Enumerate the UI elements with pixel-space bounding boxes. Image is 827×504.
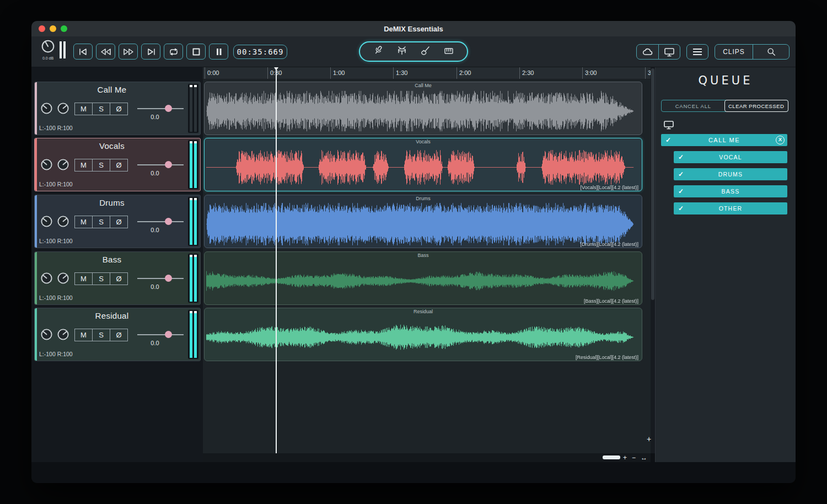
vertical-zoom-in-button[interactable]: +	[643, 435, 654, 443]
volume-slider[interactable]	[137, 218, 184, 225]
cloud-button[interactable]	[637, 45, 658, 59]
pan-right-knob[interactable]	[57, 215, 69, 228]
pause-button[interactable]	[209, 44, 228, 60]
phase-button[interactable]: Ø	[110, 329, 128, 341]
volume-slider-handle[interactable]	[165, 218, 172, 225]
pan-right-knob[interactable]	[57, 158, 69, 171]
guitar-stem-button[interactable]	[420, 45, 431, 58]
master-gain-knob[interactable]: 0.0 dB	[37, 39, 59, 60]
cancel-all-button[interactable]: CANCEL ALL	[662, 100, 725, 111]
queue-stem-other[interactable]: ✓ OTHER	[674, 202, 787, 215]
search-button[interactable]	[753, 45, 789, 59]
volume-slider[interactable]	[137, 275, 184, 282]
slider-track	[137, 334, 184, 335]
clip-residual[interactable]: Residual [Residual][Local][4.2 (latest)]	[204, 308, 642, 361]
mute-button[interactable]: M	[74, 159, 93, 171]
pan-left-knob[interactable]	[40, 158, 53, 171]
solo-button[interactable]: S	[92, 329, 110, 341]
clips-button[interactable]: CLIPS	[715, 45, 753, 59]
mute-button[interactable]: M	[74, 272, 93, 285]
skip-start-button[interactable]	[73, 44, 93, 60]
track-header-call-me[interactable]: Call Me M S Ø 0.0 L:-100 R:100	[34, 82, 201, 135]
piano-stem-button[interactable]	[443, 45, 454, 58]
horizontal-scrollbar-thumb[interactable]	[603, 455, 620, 459]
menu-button[interactable]	[686, 44, 708, 60]
track-color-stripe	[35, 82, 37, 135]
solo-button[interactable]: S	[92, 103, 110, 115]
volume-slider-handle[interactable]	[165, 331, 172, 338]
clip-title: Vocals	[205, 139, 642, 144]
solo-button[interactable]: S	[92, 216, 110, 228]
time-tick-label: 1:00	[333, 69, 345, 76]
clear-processed-button[interactable]: CLEAR PROCESSED	[724, 100, 789, 112]
mute-button[interactable]: M	[74, 216, 93, 228]
pan-right-knob[interactable]	[57, 272, 69, 285]
volume-slider[interactable]	[137, 331, 184, 338]
minimize-window-button[interactable]	[50, 25, 56, 32]
clip-call-me[interactable]: Call Me	[204, 82, 642, 135]
arrangement-area[interactable]: Call Me Vocals [Vocals][Local][4.2 (late…	[203, 79, 651, 453]
time-display[interactable]: 00:35:669	[233, 45, 287, 59]
track-header-vocals[interactable]: Vocals M S Ø 0.0 L:-100 R:100	[34, 138, 201, 191]
zoom-fit-button[interactable]: ↔	[641, 453, 647, 462]
phase-button[interactable]: Ø	[110, 216, 128, 228]
mute-button[interactable]: M	[74, 329, 93, 341]
playhead[interactable]	[276, 67, 277, 453]
slider-track	[137, 221, 184, 222]
check-icon: ✓	[678, 205, 684, 212]
rewind-button[interactable]	[96, 44, 115, 60]
phase-button[interactable]: Ø	[110, 272, 128, 285]
vertical-scrollbar-thumb[interactable]	[651, 68, 654, 300]
fast-forward-button[interactable]	[119, 44, 138, 60]
pan-right-knob[interactable]	[57, 102, 69, 115]
vocals-stem-button[interactable]	[373, 45, 384, 58]
clip-drums[interactable]: Drums [Drums][Local][4.2 (latest)]	[204, 195, 642, 248]
timeline-ruler[interactable]: 0:00 0:30 1:00 1:30 2:00 2:30 3:00 3	[203, 67, 651, 79]
clip-source-tag: [Drums][Local][4.2 (latest)]	[580, 242, 638, 247]
drums-stem-button[interactable]	[396, 45, 407, 58]
track-header-residual[interactable]: Residual M S Ø 0.0 L:-100 R:100	[34, 308, 201, 361]
solo-button[interactable]: S	[92, 159, 110, 171]
track-color-stripe	[35, 195, 37, 248]
track-header-bass[interactable]: Bass M S Ø 0.0 L:-100 R:100	[34, 251, 201, 305]
pan-range-label: L:-100 R:100	[39, 238, 73, 244]
clip-bass[interactable]: Bass [Bass][Local][4.2 (latest)]	[204, 251, 642, 305]
mute-button[interactable]: M	[74, 103, 93, 115]
pan-left-knob[interactable]	[40, 215, 53, 228]
queue-stem-vocal[interactable]: ✓ VOCAL	[674, 151, 787, 163]
volume-slider-handle[interactable]	[165, 105, 172, 112]
pan-left-knob[interactable]	[40, 102, 53, 115]
remove-job-button[interactable]: X	[776, 136, 785, 144]
phase-button[interactable]: Ø	[110, 159, 128, 171]
queue-stem-bass[interactable]: ✓ BASS	[674, 185, 787, 197]
local-monitor-button[interactable]	[658, 45, 680, 59]
volume-slider[interactable]	[137, 105, 184, 112]
volume-slider-handle[interactable]	[165, 161, 172, 168]
zoom-window-button[interactable]	[61, 25, 67, 32]
pan-range-label: L:-100 R:100	[39, 294, 73, 301]
zoom-out-button[interactable]: −	[632, 453, 636, 462]
zoom-in-button[interactable]: +	[623, 453, 627, 462]
close-window-button[interactable]	[39, 25, 45, 32]
local-machine-icon	[663, 120, 674, 132]
volume-slider[interactable]	[137, 161, 184, 168]
check-icon: ✓	[678, 153, 684, 161]
queue-job-call-me[interactable]: ✓ CALL ME X	[661, 134, 787, 146]
pan-left-knob[interactable]	[40, 272, 53, 285]
pan-right-knob[interactable]	[57, 328, 69, 341]
volume-slider-handle[interactable]	[165, 275, 172, 282]
stop-button[interactable]	[186, 44, 206, 60]
queue-stem-drums[interactable]: ✓ DRUMS	[674, 168, 787, 180]
horizontal-scrollbar[interactable]: + − ↔	[203, 453, 651, 462]
pan-left-knob[interactable]	[40, 328, 53, 341]
vertical-scrollbar[interactable]	[651, 67, 655, 453]
clip-vocals[interactable]: Vocals [Vocals][Local][4.2 (latest)]	[204, 138, 642, 191]
track-header-drums[interactable]: Drums M S Ø 0.0 L:-100 R:100	[34, 195, 201, 248]
skip-end-button[interactable]	[141, 44, 160, 60]
track-name: Vocals	[40, 141, 184, 151]
skip-start-icon	[77, 47, 90, 56]
pan-range-label: L:-100 R:100	[39, 351, 73, 357]
solo-button[interactable]: S	[92, 272, 110, 285]
phase-button[interactable]: Ø	[110, 103, 128, 115]
loop-button[interactable]	[164, 44, 183, 60]
